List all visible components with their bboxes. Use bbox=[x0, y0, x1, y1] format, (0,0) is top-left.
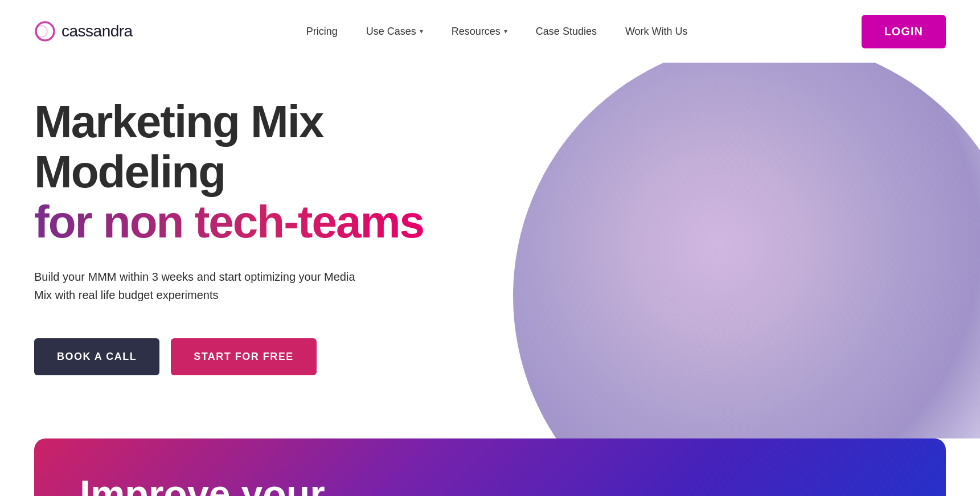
nav-item-pricing[interactable]: Pricing bbox=[306, 26, 338, 38]
logo-icon bbox=[34, 21, 56, 42]
start-free-button[interactable]: START FOR FREE bbox=[171, 338, 317, 375]
book-call-button[interactable]: BOOK A CALL bbox=[34, 338, 159, 375]
svg-point-1 bbox=[36, 26, 47, 37]
hero-title-line2: for non tech-teams bbox=[34, 196, 424, 247]
hero-section: Marketing Mix Modeling for non tech-team… bbox=[0, 63, 980, 438]
nav-links: Pricing Use Cases ▾ Resources ▾ Case Stu… bbox=[306, 26, 688, 38]
hero-title: Marketing Mix Modeling for non tech-team… bbox=[34, 97, 433, 247]
nav-item-work-with-us[interactable]: Work With Us bbox=[625, 26, 688, 38]
nav-item-resources[interactable]: Resources ▾ bbox=[452, 26, 507, 38]
hero-subtitle: Build your MMM within 3 weeks and start … bbox=[34, 268, 364, 304]
logo-text: cassandra bbox=[61, 22, 133, 40]
nav-right: LOGIN bbox=[862, 15, 946, 48]
nav-item-case-studies[interactable]: Case Studies bbox=[536, 26, 597, 38]
chevron-down-icon: ▾ bbox=[420, 27, 423, 35]
svg-point-0 bbox=[36, 22, 54, 40]
chevron-down-icon: ▾ bbox=[504, 27, 507, 35]
hero-content: Marketing Mix Modeling for non tech-team… bbox=[34, 97, 433, 375]
hero-circle-decoration bbox=[513, 63, 980, 438]
bottom-banner: Improve your bbox=[34, 438, 946, 496]
hero-title-line1: Marketing Mix Modeling bbox=[34, 96, 323, 197]
login-button[interactable]: LOGIN bbox=[862, 15, 946, 48]
logo[interactable]: cassandra bbox=[34, 21, 133, 42]
bottom-banner-text: Improve your bbox=[80, 473, 325, 496]
nav-item-use-cases[interactable]: Use Cases ▾ bbox=[366, 26, 423, 38]
navigation: cassandra Pricing Use Cases ▾ Resources … bbox=[0, 0, 980, 63]
hero-buttons: BOOK A CALL START FOR FREE bbox=[34, 338, 433, 375]
